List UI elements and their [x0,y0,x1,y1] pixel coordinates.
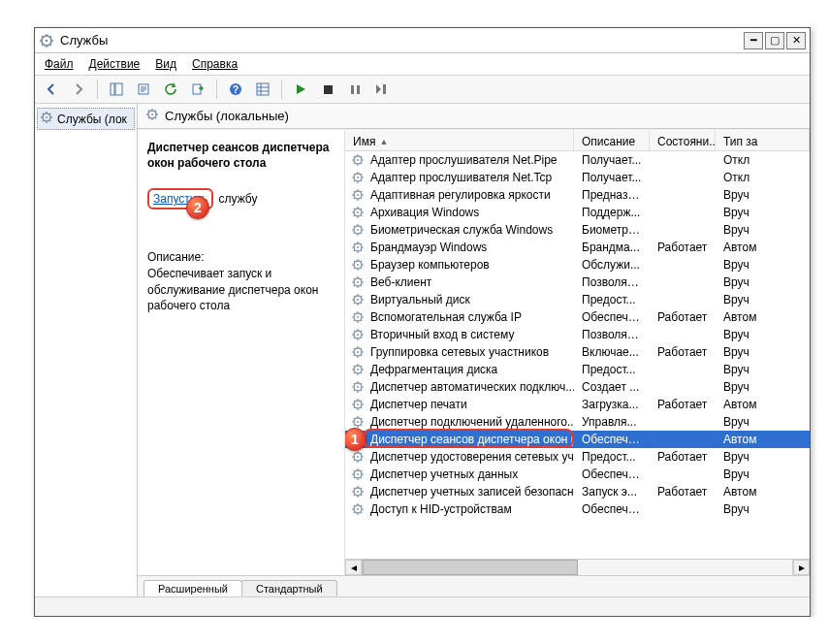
cell-name: Дефрагментация диска [345,363,574,376]
table-row[interactable]: Адаптер прослушивателя Net.TcpПолучает..… [345,169,810,186]
menu-file[interactable]: Файл [39,55,80,73]
scroll-thumb[interactable] [363,560,578,575]
cell-state: Работает [650,241,716,254]
svg-rect-9 [324,85,333,94]
table-row[interactable]: Вторичный вход в системуПозволяе...Вруч [345,326,810,343]
horizontal-scrollbar[interactable]: ◂ ▸ [345,559,810,575]
svg-point-16 [151,113,153,115]
show-tree-button[interactable] [106,79,127,100]
svg-point-1 [46,39,48,42]
menu-view[interactable]: Вид [149,55,182,73]
export-button[interactable] [187,79,208,100]
cell-desc: Обеспечи... [574,502,650,516]
cell-type: Вруч [716,467,810,481]
cell-name: Брандмауэр Windows [345,241,574,254]
tree-node-label: Службы (лок [57,113,127,126]
cell-desc: Получает... [574,153,650,167]
table-row[interactable]: Веб-клиентПозволяе...Вруч [345,274,810,291]
description-label: Описание: [147,250,335,264]
table-row[interactable]: Брандмауэр WindowsБрандма...РаботаетАвто… [345,239,810,256]
cell-type: Откл [716,171,810,184]
sort-asc-icon: ▲ [379,137,388,146]
cell-desc: Управля... [574,415,650,429]
col-startup-type[interactable]: Тип за [716,130,810,150]
col-name[interactable]: Имя ▲ [345,130,574,150]
tree-pane[interactable]: Службы (лок [35,104,138,596]
cell-type: Вруч [716,380,810,394]
cell-type: Вруч [716,415,810,429]
list-button[interactable] [252,79,273,100]
menu-action[interactable]: Действие [83,55,146,73]
cell-name: Группировка сетевых участников [345,345,574,359]
table-row[interactable]: Браузер компьютеровОбслужи...Вруч [345,256,810,274]
table-row[interactable]: Адаптивная регулировка яркостиПредназн..… [345,186,810,204]
cell-name: Доступ к HID-устройствам [345,502,574,516]
forward-button[interactable] [68,79,89,100]
titlebar: Службы ━ ▢ ✕ [35,28,810,53]
cell-state: Работает [650,398,716,411]
cell-state: Работает [650,345,716,359]
back-button[interactable] [41,79,62,100]
table-row[interactable]: Дефрагментация дискаПредост...Вруч [345,361,810,378]
cell-type: Автом [716,485,810,499]
callout-badge-2: 2 [186,196,209,219]
svg-point-30 [357,264,359,266]
help-button[interactable]: ? [225,79,246,100]
table-row[interactable]: Адаптер прослушивателя Net.PipeПолучает.… [345,151,810,169]
refresh-button[interactable] [160,79,181,100]
table-row[interactable]: Диспетчер удостоверения сетевых уч...Пре… [345,448,810,466]
start-service-row: Запустить службу 2 [147,188,335,233]
cell-desc: Позволяе... [574,275,650,289]
services-window: Службы ━ ▢ ✕ Файл Действие Вид Справка ? [34,27,811,617]
cell-desc: Предост... [574,363,650,376]
panel-header: Службы (локальные) [138,104,810,129]
stop-service-button[interactable] [317,79,338,100]
service-rows[interactable]: Адаптер прослушивателя Net.PipeПолучает.… [345,151,810,559]
cell-desc: Обеспечи... [574,467,650,481]
panel-body: Диспетчер сеансов диспетчера окон рабоче… [138,129,810,575]
cell-type: Вруч [716,258,810,272]
table-row[interactable]: Диспетчер подключений удаленного...Управ… [345,413,810,431]
svg-point-38 [357,334,359,336]
table-row[interactable]: Архивация WindowsПоддерж...Вруч [345,204,810,221]
cell-desc: Получает... [574,171,650,184]
maximize-button[interactable]: ▢ [765,32,784,49]
scroll-right-arrow[interactable]: ▸ [793,560,810,575]
table-row[interactable]: Группировка сетевых участниковВключае...… [345,343,810,361]
services-app-icon [39,33,54,48]
properties-button[interactable] [133,79,154,100]
table-row[interactable]: Диспетчер сеансов диспетчера окон р...Об… [345,431,810,448]
table-row[interactable]: Диспетчер печатиЗагрузка...РаботаетАвтом [345,396,810,413]
table-row[interactable]: Диспетчер учетных данныхОбеспечи...Вруч [345,466,810,483]
close-button[interactable]: ✕ [786,32,806,49]
tab-standard[interactable]: Стандартный [241,580,337,596]
table-row[interactable]: Биометрическая служба WindowsБиометри...… [345,221,810,239]
minimize-button[interactable]: ━ [744,32,763,49]
svg-text:?: ? [233,84,239,95]
svg-point-56 [357,491,359,493]
panel-title: Службы (локальные) [165,109,289,123]
svg-point-34 [357,299,359,301]
cell-name: Браузер компьютеров [345,258,574,272]
svg-point-26 [357,229,359,231]
table-row[interactable]: Виртуальный дискПредост...Вруч [345,291,810,308]
pause-service-button[interactable] [344,79,366,100]
table-row[interactable]: Диспетчер учетных записей безопасн...Зап… [345,483,810,500]
col-description[interactable]: Описание [574,130,650,150]
table-row[interactable]: Доступ к HID-устройствамОбеспечи...Вруч [345,500,810,518]
table-row[interactable]: Вспомогательная служба IPОбеспечи...Рабо… [345,308,810,326]
cell-desc: Загрузка... [574,398,650,411]
scroll-left-arrow[interactable]: ◂ [345,560,362,575]
cell-desc: Позволяе... [574,328,650,341]
col-state[interactable]: Состояни... [650,130,716,150]
svg-point-24 [357,211,359,213]
table-row[interactable]: Диспетчер автоматических подключ...Созда… [345,378,810,396]
svg-point-46 [357,403,359,405]
menu-help[interactable]: Справка [186,55,243,73]
cell-type: Автом [716,398,810,411]
start-service-button[interactable] [290,79,311,100]
restart-service-button[interactable] [371,79,393,100]
tree-services-node[interactable]: Службы (лок [37,108,135,130]
cell-name: Виртуальный диск [345,293,574,306]
tab-extended[interactable]: Расширенный [143,580,242,596]
